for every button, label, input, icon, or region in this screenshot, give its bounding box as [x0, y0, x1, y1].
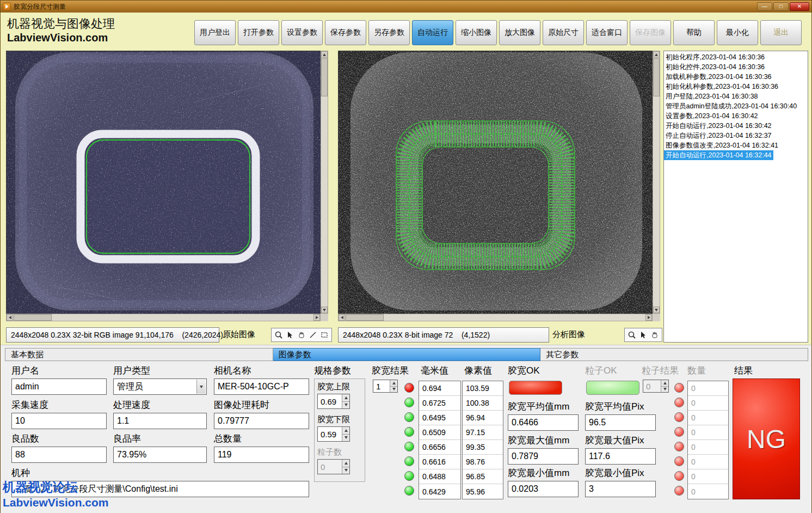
username-field[interactable]: admin [11, 378, 107, 395]
mm-value-cell: 0.6509 [419, 425, 460, 440]
result-led [404, 398, 414, 407]
line-tool-icon[interactable] [308, 330, 318, 340]
log-entry[interactable]: 用户登陆,2023-01-04 16:30:38 [664, 91, 808, 101]
window-controls: — □ ✕ [757, 2, 809, 11]
analysis-image[interactable] [338, 51, 653, 314]
log-entry[interactable]: 设置参数,2023-01-04 16:30:42 [664, 111, 808, 121]
tab-other-params[interactable]: 其它参数 [540, 348, 808, 361]
log-list[interactable]: 初始化程序,2023-01-04 16:30:36 初始化控件,2023-01-… [663, 51, 808, 343]
zoom-icon[interactable] [627, 330, 637, 340]
analysis-image-hscrollbar[interactable] [338, 314, 653, 321]
log-entry[interactable]: 开始自动运行,2023-01-04 16:30:42 [664, 121, 808, 131]
final-result-text: NG [747, 424, 786, 454]
hscroll-thumb[interactable] [346, 314, 384, 321]
exit-button[interactable]: 退出 [760, 20, 802, 45]
cursor-icon[interactable] [285, 330, 295, 340]
cursor-icon[interactable] [638, 330, 648, 340]
pan-hand-icon[interactable] [650, 330, 660, 340]
mm-value-list: 0.694 0.6725 0.6495 0.6509 0.6656 0.6616… [419, 381, 461, 499]
zoom-in-image-button[interactable]: 放大图像 [499, 20, 540, 45]
save-as-params-button[interactable]: 另存参数 [368, 20, 410, 45]
scroll-right-icon[interactable] [645, 314, 652, 321]
set-params-button[interactable]: 设置参数 [281, 20, 323, 45]
auto-run-button[interactable]: 自动运行 [412, 20, 453, 45]
scroll-down-icon[interactable] [653, 307, 660, 313]
minimize-app-button[interactable]: 最小化 [717, 20, 758, 45]
original-image-vscrollbar[interactable] [321, 51, 328, 314]
log-entry-selected[interactable]: 开始自动运行,2023-01-04 16:32:44 [664, 150, 773, 160]
log-entry[interactable]: 停止自动运行,2023-01-04 16:32:37 [664, 131, 808, 141]
original-image-hscrollbar[interactable] [6, 314, 321, 321]
scroll-up-icon[interactable] [321, 51, 328, 58]
result-led [404, 412, 414, 422]
original-image[interactable] [6, 51, 321, 314]
stepper-up-icon[interactable] [342, 427, 349, 434]
good-rate-label: 良品率 [113, 432, 141, 445]
zoom-out-image-button[interactable]: 缩小图像 [456, 20, 497, 45]
log-entry[interactable]: 加载机种参数,2023-01-04 16:30:36 [664, 72, 808, 82]
help-button[interactable]: 帮助 [673, 20, 715, 45]
avg-px-label: 胶宽平均值Pix [585, 400, 644, 413]
log-entry[interactable]: 图像参数值改变,2023-01-04 16:32:41 [664, 141, 808, 150]
close-window-button[interactable]: ✕ [790, 2, 809, 11]
min-mm-label: 胶宽最小值mm [508, 467, 569, 479]
spec-params-title: 规格参数 [314, 364, 351, 377]
particle-count-value: 0 [643, 380, 661, 392]
min-px-field: 3 [585, 481, 656, 497]
vscroll-thumb[interactable] [321, 58, 328, 96]
scroll-right-icon[interactable] [313, 314, 320, 321]
min-mm-field: 0.0203 [508, 481, 579, 497]
result-index-stepper[interactable]: 1 [373, 380, 398, 393]
save-image-button[interactable]: 保存图像 [630, 20, 671, 45]
particle-count-stepper: 0 [643, 380, 669, 393]
px-column-header: 像素值 [464, 364, 492, 377]
glue-upper-limit-stepper[interactable]: 0.69 [317, 394, 350, 409]
log-entry[interactable]: 管理员admin登陆成功,2023-01-04 16:30:40 [664, 101, 808, 111]
scrollbar-corner [321, 314, 328, 321]
capture-speed-field[interactable]: 10 [11, 413, 107, 429]
save-params-button[interactable]: 保存参数 [325, 20, 366, 45]
zoom-icon[interactable] [274, 330, 284, 340]
result-led [404, 456, 414, 466]
usertype-dropdown[interactable]: 管理员 [113, 378, 207, 395]
scroll-left-icon[interactable] [339, 314, 345, 321]
glue-upper-limit-label: 胶宽上限 [317, 382, 350, 392]
stepper-down-icon [342, 467, 349, 474]
px-value-cell: 98.76 [463, 455, 503, 469]
usertype-label: 用户类型 [113, 364, 150, 377]
dropdown-arrow-icon[interactable] [196, 380, 206, 394]
particle-result-header: 粒子结果 [642, 364, 679, 377]
logout-button[interactable]: 用户登出 [194, 20, 236, 45]
open-params-button[interactable]: 打开参数 [238, 20, 279, 45]
vscroll-thumb[interactable] [653, 58, 660, 96]
hscroll-thumb[interactable] [14, 314, 52, 321]
log-entry[interactable]: 初始化机种参数,2023-01-04 16:30:36 [664, 82, 808, 91]
scroll-left-icon[interactable] [7, 314, 13, 321]
analysis-image-vscrollbar[interactable] [653, 51, 660, 314]
glue-lower-limit-stepper[interactable]: 0.59 [317, 426, 350, 442]
px-value-cell: 95.96 [463, 484, 503, 499]
stepper-down-icon[interactable] [342, 434, 349, 442]
particle-led [674, 412, 684, 422]
tab-image-params[interactable]: 图像参数 [273, 348, 541, 361]
minimize-window-button[interactable]: — [757, 2, 772, 11]
glue-ok-indicator [509, 381, 562, 395]
scroll-down-icon[interactable] [321, 307, 328, 313]
roi-tool-icon[interactable] [319, 330, 329, 340]
original-image-label: 原始图像 [223, 329, 255, 340]
particle-count-header: 数量 [687, 364, 706, 377]
original-size-button[interactable]: 原始尺寸 [543, 20, 584, 45]
tab-basic-data[interactable]: 基本数据 [5, 348, 273, 361]
app-title: 机器视觉与图像处理 [7, 16, 115, 32]
scroll-up-icon[interactable] [653, 51, 660, 58]
stepper-down-icon[interactable] [390, 386, 397, 393]
stepper-up-icon[interactable] [390, 380, 397, 386]
maximize-window-button[interactable]: □ [773, 2, 789, 11]
log-entry[interactable]: 初始化控件,2023-01-04 16:30:36 [664, 62, 808, 72]
pan-hand-icon[interactable] [297, 330, 306, 340]
stepper-down-icon[interactable] [342, 401, 349, 409]
fit-window-button[interactable]: 适合窗口 [586, 20, 628, 45]
camera-name-field[interactable]: MER-504-10GC-P [214, 378, 309, 395]
stepper-up-icon[interactable] [342, 394, 349, 401]
log-entry[interactable]: 初始化程序,2023-01-04 16:30:36 [664, 52, 808, 62]
